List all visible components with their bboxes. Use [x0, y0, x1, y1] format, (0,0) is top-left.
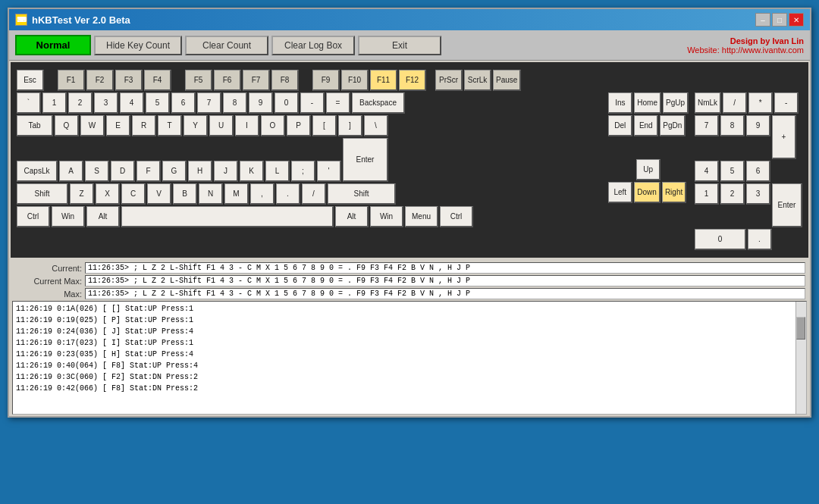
restore-button[interactable]: □ — [772, 13, 787, 27]
log-box[interactable]: 11:26:19 0:1A(026) [ [] Stat:UP Press:11… — [12, 301, 807, 415]
key-f[interactable]: F — [136, 161, 161, 182]
key-num6[interactable]: 6 — [746, 161, 770, 182]
key-num-del[interactable]: . — [748, 229, 772, 250]
key-comma[interactable]: , — [250, 183, 275, 205]
key-backtick[interactable]: ` — [17, 92, 41, 114]
key-f6[interactable]: F6 — [214, 70, 241, 91]
scrollbar[interactable] — [795, 302, 806, 414]
key-scrlk[interactable]: ScrLk — [464, 70, 491, 91]
minimize-button[interactable]: – — [755, 13, 770, 27]
key-capslock[interactable]: CapsLk — [17, 161, 58, 182]
key-win-right[interactable]: Win — [370, 206, 403, 227]
key-num9[interactable]: 9 — [746, 115, 770, 136]
key-backspace[interactable]: Backspace — [352, 92, 405, 114]
key-down[interactable]: Down — [634, 182, 661, 203]
key-pgdn[interactable]: PgDn — [660, 115, 686, 136]
key-pause[interactable]: Pause — [493, 70, 521, 91]
key-7[interactable]: 7 — [197, 92, 221, 114]
key-v[interactable]: V — [147, 183, 171, 205]
key-left[interactable]: Left — [608, 182, 632, 203]
key-home[interactable]: Home — [634, 92, 661, 114]
key-f12[interactable]: F12 — [399, 70, 426, 91]
key-num2[interactable]: 2 — [720, 183, 745, 205]
key-shift-left[interactable]: Shift — [17, 183, 68, 205]
key-8[interactable]: 8 — [223, 92, 247, 114]
key-p[interactable]: P — [287, 115, 311, 136]
hide-key-count-button[interactable]: Hide Key Count — [94, 36, 182, 55]
key-num0[interactable]: 0 — [695, 229, 746, 250]
key-period[interactable]: . — [276, 183, 300, 205]
key-f9[interactable]: F9 — [312, 70, 340, 91]
key-1[interactable]: 1 — [42, 92, 67, 114]
key-space[interactable] — [121, 206, 334, 227]
key-quote[interactable]: ' — [317, 161, 341, 182]
key-num1[interactable]: 1 — [695, 183, 719, 205]
key-up[interactable]: Up — [636, 159, 661, 180]
key-t[interactable]: T — [158, 115, 182, 136]
key-k[interactable]: K — [240, 161, 264, 182]
key-f8[interactable]: F8 — [271, 70, 299, 91]
key-slash[interactable]: / — [302, 183, 326, 205]
current-input[interactable]: 11:26:35> ; L Z 2 L-Shift F1 4 3 - C M X… — [85, 262, 805, 274]
key-c[interactable]: C — [121, 183, 146, 205]
key-semicolon[interactable]: ; — [291, 161, 315, 182]
scrollbar-thumb[interactable] — [796, 317, 805, 340]
key-0[interactable]: 0 — [275, 92, 299, 114]
current-max-input[interactable]: 11:26:35> ; L Z 2 L-Shift F1 4 3 - C M X… — [85, 275, 805, 286]
key-l[interactable]: L — [265, 161, 290, 182]
key-i[interactable]: I — [235, 115, 259, 136]
clear-log-box-button[interactable]: Clear Log Box — [271, 36, 355, 55]
key-num-star[interactable]: * — [748, 92, 773, 114]
key-num-enter[interactable]: Enter — [772, 183, 802, 227]
key-s[interactable]: S — [85, 161, 109, 182]
key-num7[interactable]: 7 — [695, 115, 719, 136]
normal-button[interactable]: Normal — [15, 35, 91, 55]
exit-button[interactable]: Exit — [358, 36, 441, 55]
key-prtscr[interactable]: PrScr — [435, 70, 463, 91]
close-button[interactable]: ✕ — [789, 13, 804, 27]
key-num8[interactable]: 8 — [720, 115, 745, 136]
key-lbracket[interactable]: [ — [312, 115, 337, 136]
key-f10[interactable]: F10 — [341, 70, 369, 91]
key-num3[interactable]: 3 — [746, 183, 770, 205]
key-4[interactable]: 4 — [120, 92, 144, 114]
key-num4[interactable]: 4 — [695, 161, 719, 182]
key-equals[interactable]: = — [326, 92, 350, 114]
key-shift-right[interactable]: Shift — [328, 183, 396, 205]
key-esc[interactable]: Esc — [17, 70, 44, 91]
key-9[interactable]: 9 — [249, 92, 273, 114]
key-f1[interactable]: F1 — [58, 70, 85, 91]
key-o[interactable]: O — [261, 115, 285, 136]
max-input[interactable]: 11:26:35> ; L Z 2 L-Shift F1 4 3 - C M X… — [85, 288, 805, 299]
key-y[interactable]: Y — [184, 115, 208, 136]
key-f3[interactable]: F3 — [115, 70, 143, 91]
key-f4[interactable]: F4 — [144, 70, 171, 91]
key-f2[interactable]: F2 — [86, 70, 114, 91]
key-num5[interactable]: 5 — [720, 161, 745, 182]
key-f5[interactable]: F5 — [185, 70, 212, 91]
key-num-minus[interactable]: - — [774, 92, 799, 114]
key-6[interactable]: 6 — [171, 92, 196, 114]
key-alt-left[interactable]: Alt — [86, 206, 120, 227]
key-b[interactable]: B — [173, 183, 197, 205]
key-w[interactable]: W — [80, 115, 105, 136]
key-num-plus[interactable]: + — [772, 115, 796, 159]
clear-count-button[interactable]: Clear Count — [185, 36, 268, 55]
key-f11[interactable]: F11 — [370, 70, 397, 91]
key-rbracket[interactable]: ] — [338, 115, 362, 136]
key-h[interactable]: H — [188, 161, 212, 182]
key-ins[interactable]: Ins — [608, 92, 632, 114]
key-ctrl-left[interactable]: Ctrl — [17, 206, 50, 227]
key-n[interactable]: N — [199, 183, 223, 205]
key-q[interactable]: Q — [55, 115, 79, 136]
key-del[interactable]: Del — [608, 115, 632, 136]
key-enter[interactable]: Enter — [343, 138, 388, 182]
key-m[interactable]: M — [224, 183, 249, 205]
key-ctrl-right[interactable]: Ctrl — [440, 206, 473, 227]
key-end[interactable]: End — [634, 115, 658, 136]
key-5[interactable]: 5 — [146, 92, 170, 114]
key-d[interactable]: D — [111, 161, 135, 182]
key-backslash[interactable]: \ — [364, 115, 388, 136]
key-minus[interactable]: - — [300, 92, 325, 114]
key-2[interactable]: 2 — [68, 92, 93, 114]
